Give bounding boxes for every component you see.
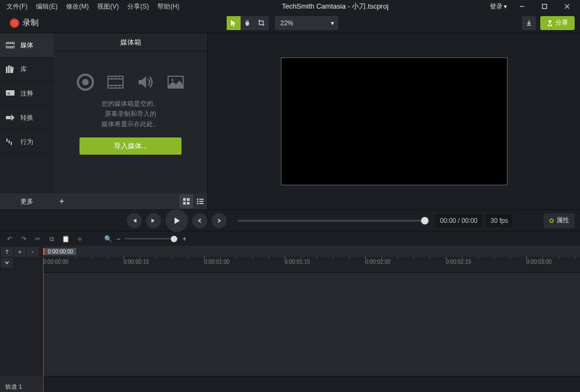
crop-tool[interactable] [255,16,269,30]
grid-view-button[interactable] [179,194,193,208]
properties-label: 属性 [556,216,569,225]
upload-icon [547,20,553,26]
canvas-area [208,33,580,209]
play-button[interactable] [165,209,188,232]
login-label: 登录 [490,2,503,11]
svg-point-24 [82,79,89,85]
svg-rect-21 [9,140,10,143]
maximize-button[interactable] [534,0,555,13]
menu-share[interactable]: 分享(S) [123,0,153,13]
track-snap-button[interactable] [1,247,13,257]
sidebar-item-label: 行为 [20,137,33,147]
menu-help[interactable]: 帮助(H) [153,0,184,13]
record-label: 录制 [23,18,39,28]
close-button[interactable] [556,0,578,13]
main-area: 媒体 库 a 注释 转换 行为 更多 媒体箱 [0,33,580,209]
timeline-edit-icons: ↶ ↷ ✂ ⧉ 📋 ⎆ [5,235,84,243]
sidebar-item-behaviors[interactable]: 行为 [0,130,54,154]
image-icon [166,73,185,91]
zoom-thumb[interactable] [171,236,177,242]
chevron-down-icon: ▾ [504,3,507,10]
share-button[interactable]: 分享 [540,16,575,30]
menu-edit[interactable]: 编辑(E) [32,0,62,13]
chevron-down-icon: ▾ [331,19,334,27]
ruler-tick: 0:00:00;00 [43,259,68,265]
menu-view[interactable]: 视图(V) [93,0,123,13]
track-label[interactable]: 轨道 1 [0,376,42,392]
sidebar-item-label: 媒体 [20,41,33,50]
import-media-button[interactable]: 导入媒体... [79,137,182,155]
minimize-button[interactable] [511,0,533,13]
ruler-tick: 0:00:01;00 [204,259,229,265]
transitions-icon [5,114,15,121]
fps-display: 30 fps [486,214,512,227]
select-tool[interactable] [227,16,241,30]
svg-rect-22 [11,142,12,145]
cut-button[interactable]: ✂ [33,235,42,243]
sidebar-item-media[interactable]: 媒体 [0,33,54,57]
playhead[interactable] [43,257,44,392]
track-expand-button[interactable] [1,258,13,267]
toolbar: 录制 22% ▾ 分享 [0,13,580,33]
menu-file[interactable]: 文件(F) [2,0,32,13]
mediabin-body: 您的媒体箱是空的。 屏幕录制和导入的 媒体将显示在此处。 导入媒体... [54,52,207,193]
redo-button[interactable]: ↷ [19,235,28,243]
sidebar-item-annotations[interactable]: a 注释 [0,82,54,106]
sidebar-item-label: 转换 [20,113,33,122]
zoom-in-button[interactable]: + [183,235,186,243]
ruler-tick: 0:00:02;00 [365,259,390,265]
ruler-tick: 0:00:00;15 [124,259,149,265]
svg-rect-14 [8,66,10,73]
zoom-out-button[interactable]: − [117,235,120,243]
step-back-button[interactable] [192,213,207,228]
preview-canvas[interactable] [281,57,508,185]
timeline-left-panel: + ◦ 轨道 1 [0,246,43,392]
svg-rect-13 [6,67,8,73]
svg-point-44 [197,203,199,205]
record-button[interactable]: 录制 [5,16,43,30]
timeline-tracks[interactable] [43,273,580,376]
library-icon [5,66,15,73]
mediabin-title: 媒体箱 [54,33,207,52]
window-controls: 登录 ▾ [487,0,578,13]
undo-button[interactable]: ↶ [5,235,14,243]
pan-tool[interactable] [241,16,255,30]
zoom-select[interactable]: 22% ▾ [275,16,338,30]
add-button[interactable]: + [54,193,70,209]
svg-rect-39 [187,202,190,205]
scrubber-thumb[interactable] [421,217,429,224]
zoom-slider[interactable] [125,238,178,239]
svg-rect-45 [199,203,204,204]
sidebar-more[interactable]: 更多 [0,193,54,209]
copy-button[interactable]: ⧉ [47,235,56,243]
sidebar-item-library[interactable]: 库 [0,57,54,82]
track-marker-button[interactable]: ◦ [27,247,39,257]
timeline-tracks-area: 0:00:00;00 0:00:00;00 0:00:00;15 0:00:01… [43,246,580,392]
menu-modify[interactable]: 修改(M) [62,0,93,13]
paste-button[interactable]: 📋 [61,235,70,243]
split-button[interactable]: ⎆ [75,235,84,243]
timeline-cursor[interactable]: 0:00:00;00 [43,246,76,257]
playback-scrubber[interactable] [237,220,425,222]
timeline-cursor-bar[interactable]: 0:00:00;00 [43,246,580,257]
track-row-1[interactable] [43,376,580,392]
step-forward-button[interactable] [212,213,227,228]
timeline-ruler[interactable]: 0:00:00;00 0:00:00;15 0:00:01;00 0:00:01… [43,257,580,273]
sidebar-item-transitions[interactable]: 转换 [0,106,54,130]
mediabin-footer: + [54,193,207,209]
login-button[interactable]: 登录 ▾ [487,0,510,13]
download-button[interactable] [522,16,536,30]
sidebar-item-label: 注释 [20,89,33,98]
playback-bar: 00:00 / 00:00 30 fps ✿ 属性 [0,209,580,231]
mediabin: 媒体箱 您的媒体箱是空的。 屏幕录制和导入的 媒体将显示在此处。 导入媒体...… [54,33,208,209]
track-add-button[interactable]: + [14,247,26,257]
next-frame-button[interactable] [146,213,161,228]
svg-point-40 [197,199,199,200]
view-toggle [179,194,207,208]
menu-items: 文件(F) 编辑(E) 修改(M) 视图(V) 分享(S) 帮助(H) [2,0,184,13]
record-circle-icon [76,73,95,91]
properties-button[interactable]: ✿ 属性 [543,213,575,228]
list-view-button[interactable] [193,194,207,208]
svg-rect-37 [187,198,190,201]
prev-frame-button[interactable] [127,213,142,228]
